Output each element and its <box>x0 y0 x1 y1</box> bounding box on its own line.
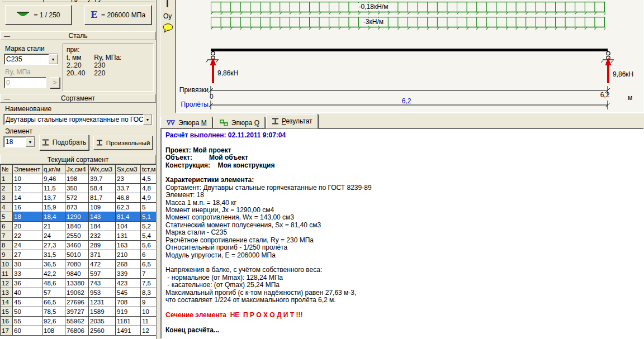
beam-scheme-panel[interactable]: -0,18кН/м -3кН/м 9,86кН 9,86кН Привязки <box>175 0 644 113</box>
table-cell: 143 <box>89 212 116 222</box>
table-cell: 11,5 <box>42 184 65 193</box>
table-cell: 339 <box>116 269 141 279</box>
beam-element[interactable] <box>211 49 608 51</box>
collapse-steel-icon[interactable]: — <box>4 32 10 39</box>
table-row[interactable]: 7222425502321315,4 <box>1 231 157 241</box>
tab-epura-m[interactable]: Эпюра M <box>160 117 212 128</box>
table-cell: 92,6 <box>42 317 65 326</box>
beam-calculator-window: { "colors": { "accent_selection": "#2C7B… <box>0 0 644 339</box>
table-cell: 210 <box>116 250 141 260</box>
ibeam-icon <box>96 140 103 146</box>
steel-grade-select[interactable]: С235 ▼ <box>4 54 58 65</box>
table-row[interactable]: 1760108768062560149112 <box>1 326 157 336</box>
table-cell: 15 <box>1 307 13 317</box>
table-row[interactable]: 82427,334602891635,6 <box>1 241 157 250</box>
ry-apply-button[interactable]: > <box>50 77 60 88</box>
tab-epura-q[interactable]: Эпюра Q <box>214 117 265 128</box>
chevron-down-icon[interactable]: ▼ <box>49 54 58 64</box>
catalog-select[interactable]: Двутавры стальные горячекатанные по ГОСТ… <box>3 114 153 125</box>
ry-info-box: при: t, мм Ry, МПа: 2..20 230 20..40 220 <box>63 44 154 92</box>
table-cell: 19062 <box>65 288 89 298</box>
table-cell: 11 <box>1 269 13 279</box>
reaction-right-label: 9,86кН <box>613 70 633 78</box>
table-cell: 6,5 <box>141 260 157 269</box>
table-row[interactable]: 123648,6133807434237,5 <box>1 279 157 288</box>
steel-grade-value: С235 <box>4 55 49 63</box>
result-line <box>165 169 643 176</box>
table-row[interactable]: 144566,52769612317089 <box>1 298 157 307</box>
pick-section-button[interactable]: Подобрать <box>39 135 89 150</box>
table-row[interactable]: 31413,757281,746,84,9 <box>1 193 157 203</box>
table-cell: 12 <box>13 184 42 193</box>
table-row[interactable]: 1109,4619839,7234,5 <box>1 174 157 184</box>
table-row[interactable]: 165592,6559622035118111 <box>1 317 157 326</box>
table-cell: 14 <box>1 298 13 307</box>
axis-oy-label: Оу <box>163 12 172 20</box>
table-row[interactable]: 113342,298405973397 <box>1 269 157 279</box>
result-line: Конструкция: Моя конструкция <box>165 162 643 169</box>
table-row[interactable]: 41615,987310962,35 <box>1 203 157 212</box>
table-column-header: Wx,см3 <box>89 165 116 174</box>
deflection-section-title: Прогиб/Модуль упругости <box>2 0 154 2</box>
table-cell: 78,5 <box>42 307 65 317</box>
table-cell: 21 <box>42 222 65 231</box>
table-row[interactable]: 134057190629535458,3 <box>1 288 157 298</box>
table-cell: 108 <box>42 326 65 336</box>
table-row[interactable]: 103036,570804722686,5 <box>1 260 157 269</box>
diagram-toolbar: Оу <box>160 0 175 113</box>
collapse-sortament-icon[interactable]: — <box>4 95 10 102</box>
table-cell: 3 <box>1 193 13 203</box>
custom-section-label: Произвольный <box>106 140 150 146</box>
tab-hotkey: M <box>201 119 207 127</box>
table-cell: 24 <box>42 231 65 241</box>
table-cell: 66,5 <box>42 298 65 307</box>
chevron-down-icon[interactable]: ▼ <box>143 114 152 125</box>
panel-splitter[interactable] <box>156 0 160 339</box>
table-cell: 36 <box>13 279 42 288</box>
table-row[interactable]: 6202118401841045,2 <box>1 222 157 231</box>
table-row[interactable]: 92731,550103712106 <box>1 250 157 260</box>
ry-info-header: t, мм Ry, МПа: <box>67 54 153 61</box>
chevron-down-icon[interactable]: ▼ <box>26 137 35 147</box>
table-cell: 76806 <box>65 326 89 336</box>
elastic-modulus-button[interactable]: E = 206000 МПа <box>84 5 151 25</box>
table-cell: 1589 <box>89 307 116 317</box>
spans-label[interactable]: Пролёты <box>178 101 209 108</box>
table-cell: 30 <box>13 260 42 269</box>
table-cell: 10 <box>1 260 13 269</box>
section-line-icon[interactable] <box>167 0 168 7</box>
table-row[interactable]: 155078,539727158991910 <box>1 307 157 317</box>
table-cell: 5,1 <box>141 212 157 222</box>
table-cell: 55962 <box>65 317 89 326</box>
deflection-limit-button[interactable]: = 1 / 250 <box>5 5 72 25</box>
table-cell: 14 <box>13 193 42 203</box>
result-line: Относительный прогиб - 1/250 пролёта <box>165 244 643 251</box>
table-cell: 16 <box>1 317 13 326</box>
table-row[interactable]: 21211,535058,433,74,8 <box>1 184 157 193</box>
span-value[interactable]: 6,2 <box>395 97 418 105</box>
table-cell: 18 <box>13 212 42 222</box>
ry-info-col-t: t, мм <box>67 54 92 61</box>
tab-result[interactable]: Результат <box>266 114 318 128</box>
steel-section-bar: — Сталь <box>0 31 156 40</box>
table-cell: 289 <box>89 241 116 250</box>
table-cell: 12 <box>1 279 13 288</box>
element-select[interactable]: 18 ▼ <box>3 136 35 147</box>
table-column-header: q,кг/м <box>42 165 65 174</box>
table-cell: 58,4 <box>89 184 116 193</box>
result-line <box>165 304 643 311</box>
result-line: Расчёт выполнен: 02.11.2011 9:07:04 <box>165 132 643 139</box>
table-row[interactable]: 51818,4129014381,45,1 <box>1 212 157 222</box>
result-line: Момент инерции, Jx = 1290,00 см4 <box>165 207 643 214</box>
reaction-arrow-left-icon <box>210 58 216 83</box>
ry-info-r2-v: 220 <box>94 69 105 77</box>
custom-section-button[interactable]: Произвольный <box>93 136 153 150</box>
table-cell: 8 <box>1 241 13 250</box>
table-cell: 9 <box>1 250 13 260</box>
result-line: Статический момент полусечения, Sx = 81,… <box>165 222 643 229</box>
ry-input[interactable]: 0 <box>4 77 46 88</box>
bindings-dim-line <box>206 84 612 97</box>
results-panel[interactable]: Расчёт выполнен: 02.11.2011 9:07:04 Прое… <box>160 128 644 339</box>
table-cell: 16 <box>13 203 42 212</box>
comment-bubble-icon[interactable] <box>163 23 173 33</box>
